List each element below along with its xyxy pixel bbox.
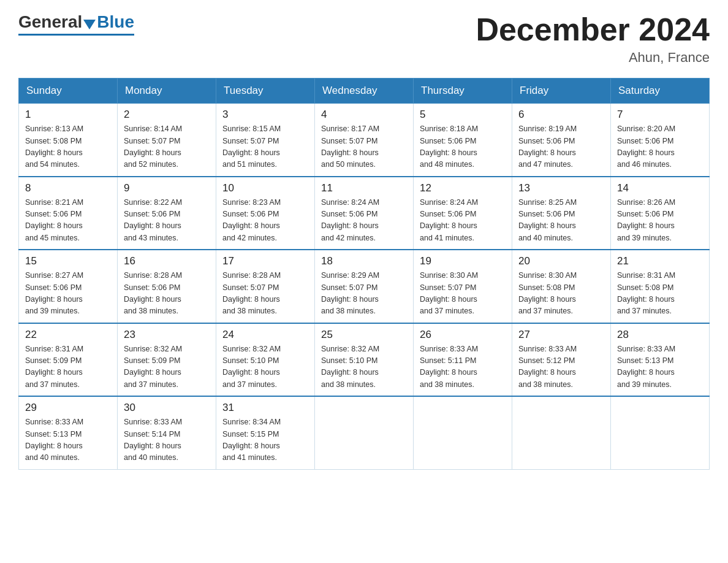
header-wednesday: Wednesday [315, 79, 414, 104]
day-info: Sunrise: 8:33 AMSunset: 5:14 PMDaylight:… [124, 416, 210, 464]
day-info: Sunrise: 8:20 AMSunset: 5:06 PMDaylight:… [617, 123, 703, 171]
day-number: 2 [124, 109, 210, 121]
day-info: Sunrise: 8:19 AMSunset: 5:06 PMDaylight:… [518, 123, 604, 171]
day-number: 24 [222, 329, 308, 341]
table-row [611, 396, 710, 469]
day-info: Sunrise: 8:26 AMSunset: 5:06 PMDaylight:… [617, 197, 703, 245]
month-title: December 2024 [476, 12, 710, 47]
day-info: Sunrise: 8:13 AMSunset: 5:08 PMDaylight:… [25, 123, 111, 171]
day-number: 7 [617, 109, 703, 121]
logo-text: General Blue [18, 12, 134, 32]
table-row: 26 Sunrise: 8:33 AMSunset: 5:11 PMDaylig… [414, 323, 512, 397]
table-row: 24 Sunrise: 8:32 AMSunset: 5:10 PMDaylig… [216, 323, 315, 397]
header-tuesday: Tuesday [216, 79, 315, 104]
day-info: Sunrise: 8:21 AMSunset: 5:06 PMDaylight:… [25, 197, 111, 245]
table-row: 31 Sunrise: 8:34 AMSunset: 5:15 PMDaylig… [216, 396, 315, 469]
day-number: 28 [617, 329, 703, 341]
table-row: 11 Sunrise: 8:24 AMSunset: 5:06 PMDaylig… [315, 177, 414, 250]
day-info: Sunrise: 8:17 AMSunset: 5:07 PMDaylight:… [321, 123, 407, 171]
header-friday: Friday [512, 79, 611, 104]
table-row: 27 Sunrise: 8:33 AMSunset: 5:12 PMDaylig… [512, 323, 611, 397]
calendar-week-row: 29 Sunrise: 8:33 AMSunset: 5:13 PMDaylig… [19, 396, 710, 469]
logo-triangle-icon [83, 20, 96, 29]
day-number: 6 [518, 109, 604, 121]
day-number: 26 [420, 329, 506, 341]
calendar-week-row: 22 Sunrise: 8:31 AMSunset: 5:09 PMDaylig… [19, 323, 710, 397]
day-number: 11 [321, 182, 407, 194]
day-info: Sunrise: 8:23 AMSunset: 5:06 PMDaylight:… [222, 197, 308, 245]
table-row: 7 Sunrise: 8:20 AMSunset: 5:06 PMDayligh… [611, 104, 710, 177]
day-info: Sunrise: 8:28 AMSunset: 5:07 PMDaylight:… [222, 270, 308, 318]
day-number: 19 [420, 255, 506, 267]
day-info: Sunrise: 8:30 AMSunset: 5:07 PMDaylight:… [420, 270, 506, 318]
day-number: 14 [617, 182, 703, 194]
day-number: 10 [222, 182, 308, 194]
day-info: Sunrise: 8:31 AMSunset: 5:08 PMDaylight:… [617, 270, 703, 318]
table-row: 14 Sunrise: 8:26 AMSunset: 5:06 PMDaylig… [611, 177, 710, 250]
day-number: 21 [617, 255, 703, 267]
day-number: 25 [321, 329, 407, 341]
day-number: 1 [25, 109, 111, 121]
table-row: 15 Sunrise: 8:27 AMSunset: 5:06 PMDaylig… [19, 250, 118, 323]
day-number: 20 [518, 255, 604, 267]
table-row: 6 Sunrise: 8:19 AMSunset: 5:06 PMDayligh… [512, 104, 611, 177]
header-thursday: Thursday [414, 79, 512, 104]
day-info: Sunrise: 8:22 AMSunset: 5:06 PMDaylight:… [124, 197, 210, 245]
day-number: 15 [25, 255, 111, 267]
day-info: Sunrise: 8:33 AMSunset: 5:11 PMDaylight:… [420, 343, 506, 391]
table-row: 10 Sunrise: 8:23 AMSunset: 5:06 PMDaylig… [216, 177, 315, 250]
table-row: 16 Sunrise: 8:28 AMSunset: 5:06 PMDaylig… [118, 250, 216, 323]
header-sunday: Sunday [19, 79, 118, 104]
table-row: 23 Sunrise: 8:32 AMSunset: 5:09 PMDaylig… [118, 323, 216, 397]
table-row [315, 396, 414, 469]
table-row: 19 Sunrise: 8:30 AMSunset: 5:07 PMDaylig… [414, 250, 512, 323]
logo-underline [18, 34, 134, 36]
location-label: Ahun, France [476, 50, 710, 66]
table-row: 22 Sunrise: 8:31 AMSunset: 5:09 PMDaylig… [19, 323, 118, 397]
day-number: 22 [25, 329, 111, 341]
day-number: 13 [518, 182, 604, 194]
table-row: 17 Sunrise: 8:28 AMSunset: 5:07 PMDaylig… [216, 250, 315, 323]
logo-general-text: General [18, 12, 82, 32]
day-number: 16 [124, 255, 210, 267]
calendar-header-row: Sunday Monday Tuesday Wednesday Thursday… [19, 79, 710, 104]
day-info: Sunrise: 8:15 AMSunset: 5:07 PMDaylight:… [222, 123, 308, 171]
table-row: 9 Sunrise: 8:22 AMSunset: 5:06 PMDayligh… [118, 177, 216, 250]
logo-blue-text: Blue [97, 12, 134, 32]
day-number: 5 [420, 109, 506, 121]
day-number: 30 [124, 402, 210, 414]
calendar-week-row: 8 Sunrise: 8:21 AMSunset: 5:06 PMDayligh… [19, 177, 710, 250]
table-row: 12 Sunrise: 8:24 AMSunset: 5:06 PMDaylig… [414, 177, 512, 250]
day-info: Sunrise: 8:18 AMSunset: 5:06 PMDaylight:… [420, 123, 506, 171]
day-info: Sunrise: 8:29 AMSunset: 5:07 PMDaylight:… [321, 270, 407, 318]
day-info: Sunrise: 8:33 AMSunset: 5:13 PMDaylight:… [617, 343, 703, 391]
table-row: 30 Sunrise: 8:33 AMSunset: 5:14 PMDaylig… [118, 396, 216, 469]
header-saturday: Saturday [611, 79, 710, 104]
table-row: 5 Sunrise: 8:18 AMSunset: 5:06 PMDayligh… [414, 104, 512, 177]
table-row: 3 Sunrise: 8:15 AMSunset: 5:07 PMDayligh… [216, 104, 315, 177]
day-number: 17 [222, 255, 308, 267]
table-row: 20 Sunrise: 8:30 AMSunset: 5:08 PMDaylig… [512, 250, 611, 323]
day-info: Sunrise: 8:33 AMSunset: 5:12 PMDaylight:… [518, 343, 604, 391]
day-number: 31 [222, 402, 308, 414]
table-row: 28 Sunrise: 8:33 AMSunset: 5:13 PMDaylig… [611, 323, 710, 397]
table-row: 4 Sunrise: 8:17 AMSunset: 5:07 PMDayligh… [315, 104, 414, 177]
day-info: Sunrise: 8:32 AMSunset: 5:10 PMDaylight:… [321, 343, 407, 391]
day-number: 12 [420, 182, 506, 194]
day-number: 29 [25, 402, 111, 414]
day-info: Sunrise: 8:27 AMSunset: 5:06 PMDaylight:… [25, 270, 111, 318]
table-row [414, 396, 512, 469]
day-info: Sunrise: 8:34 AMSunset: 5:15 PMDaylight:… [222, 416, 308, 464]
day-info: Sunrise: 8:28 AMSunset: 5:06 PMDaylight:… [124, 270, 210, 318]
day-number: 18 [321, 255, 407, 267]
day-info: Sunrise: 8:30 AMSunset: 5:08 PMDaylight:… [518, 270, 604, 318]
day-info: Sunrise: 8:24 AMSunset: 5:06 PMDaylight:… [420, 197, 506, 245]
day-number: 9 [124, 182, 210, 194]
day-number: 4 [321, 109, 407, 121]
table-row: 2 Sunrise: 8:14 AMSunset: 5:07 PMDayligh… [118, 104, 216, 177]
day-number: 27 [518, 329, 604, 341]
day-number: 23 [124, 329, 210, 341]
day-info: Sunrise: 8:31 AMSunset: 5:09 PMDaylight:… [25, 343, 111, 391]
calendar-week-row: 15 Sunrise: 8:27 AMSunset: 5:06 PMDaylig… [19, 250, 710, 323]
calendar-table: Sunday Monday Tuesday Wednesday Thursday… [18, 78, 710, 470]
